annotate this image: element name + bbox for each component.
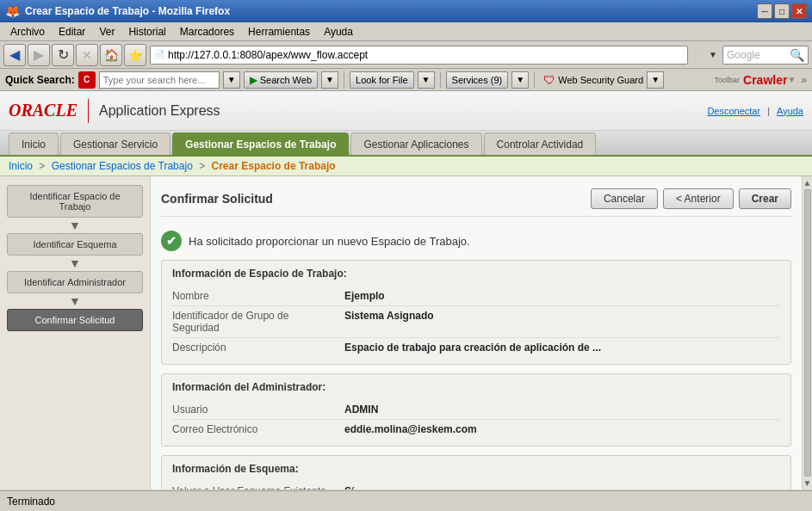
correo-value: eddie.molina@ieskem.com [344,423,477,435]
crawler-dropdown-icon[interactable]: ▼ [787,75,796,84]
sidebar-step-workspace[interactable]: Identificar Espacio de Trabajo [7,185,143,218]
breadcrumb-gestionar[interactable]: Gestionar Espacios de Trabajo [52,160,193,172]
separator2 [440,72,441,88]
address-text: http://127.0.0.1:8080/apex/wwv_flow.acce… [168,49,684,61]
crear-button[interactable]: Crear [739,188,791,209]
schema-info-section: Información de Esquema: Volver a Usar Es… [161,455,791,489]
favorites-star-icon[interactable]: ☆ [691,46,704,63]
descripcion-label: Descripción [172,342,344,354]
web-security-dropdown[interactable]: ▼ [647,71,664,89]
reuso-label: Volver a Usar Esquema Existente [172,485,344,489]
schema-section-title: Información de Esquema: [172,463,780,475]
refresh-button[interactable]: ↻ [52,44,74,66]
search-dropdown-icon[interactable]: ▼ [705,44,721,66]
apex-header: ORACLE Application Express Desconectar |… [0,91,812,131]
tab-gestionar-espacios[interactable]: Gestionar Espacios de Trabajo [172,132,349,155]
firefox-icon: 🦊 [5,4,20,18]
right-scrollbar[interactable]: ▲ ▼ [802,176,812,489]
nav-bar: ◀ ▶ ↻ ✕ 🏠 ⭐ 📄 http://127.0.0.1:8080/apex… [0,41,812,69]
status-text: Terminado [7,496,55,508]
tab-inicio[interactable]: Inicio [9,132,59,155]
cancelar-button[interactable]: Cancelar [591,188,658,209]
sidebar-arrow-1: ▼ [7,219,143,231]
id-grupo-label: Identificador de Grupo de Seguridad [172,310,344,334]
header-links: Desconectar | Ayuda [707,106,803,116]
workspace-section-title: Información de Espacio de Trabajo: [172,268,780,280]
menu-bar: Archivo Editar Ver Historial Marcadores … [0,22,812,41]
services-label: Services (9) [452,75,503,85]
status-bar: Terminado [0,490,812,511]
anterior-button[interactable]: < Anterior [663,188,734,209]
menu-archivo[interactable]: Archivo [3,24,52,40]
menu-ayuda[interactable]: Ayuda [317,24,360,40]
reuso-row: Volver a Usar Esquema Existente Sí [172,482,780,489]
breadcrumb-current: Crear Espacio de Trabajo [212,160,336,172]
sidebar: Identificar Espacio de Trabajo ▼ Identif… [0,176,151,489]
close-button[interactable]: ✕ [791,3,807,19]
search-web-dropdown[interactable]: ▼ [321,71,338,89]
breadcrumb-inicio[interactable]: Inicio [9,160,33,172]
quick-search-label: Quick Search: [5,74,75,86]
success-text: Ha solicitado proporcionar un nuevo Espa… [189,235,470,248]
search-web-button[interactable]: ▶ Search Web [244,71,318,89]
desconectar-link[interactable]: Desconectar [707,106,760,116]
menu-historial[interactable]: Historial [121,24,172,40]
scroll-thumb[interactable] [804,189,811,477]
sidebar-step-confirm[interactable]: Confirmar Solicitud [7,309,143,331]
search-go-icon[interactable]: 🔍 [790,48,804,62]
menu-marcadores[interactable]: Marcadores [173,24,241,40]
success-message: ✔ Ha solicitado proporcionar un nuevo Es… [161,225,791,260]
workspace-info-section: Información de Espacio de Trabajo: Nombr… [161,260,791,365]
search-web-label: Search Web [260,75,312,85]
scroll-up-icon[interactable]: ▲ [803,178,812,188]
quick-search-dropdown[interactable]: ▼ [223,71,240,89]
header-separator: | [767,106,770,116]
search-engine-box[interactable]: Google 🔍 [722,46,809,65]
confirm-buttons: Cancelar < Anterior Crear [591,188,791,209]
stop-button[interactable]: ✕ [76,44,98,66]
forward-button[interactable]: ▶ [28,44,50,66]
tab-gestionar-servicio[interactable]: Gestionar Servicio [60,132,170,155]
quick-search-icon: C [78,71,96,89]
crawler-logo: Toolbar Crawler ▼ » [715,73,807,87]
minimize-button[interactable]: ─ [757,3,772,19]
admin-info-section: Información del Administrador: Usuario A… [161,373,791,446]
oracle-divider [88,99,89,123]
tab-controlar-actividad[interactable]: Controlar Actividad [484,132,597,155]
breadcrumb: Inicio > Gestionar Espacios de Trabajo >… [0,157,812,176]
look-for-file-dropdown[interactable]: ▼ [418,71,435,89]
sidebar-step-schema[interactable]: Identificar Esquema [7,233,143,256]
window-title: Crear Espacio de Trabajo - Mozilla Firef… [25,5,757,17]
menu-ver[interactable]: Ver [92,24,121,40]
nombre-value: Ejemplo [344,290,385,302]
main-content: Identificar Espacio de Trabajo ▼ Identif… [0,176,812,489]
toolbar-extend-icon[interactable]: » [801,74,807,86]
home-button[interactable]: 🏠 [100,44,122,66]
nombre-row: Nombre Ejemplo [172,286,780,306]
menu-editar[interactable]: Editar [52,24,92,40]
sidebar-step-admin[interactable]: Identificar Administrador [7,271,143,293]
quick-search-input[interactable] [99,71,220,89]
services-dropdown[interactable]: ▼ [511,71,529,89]
breadcrumb-sep1: > [39,160,45,172]
web-security-label: Web Security Guard [558,75,643,85]
separator1 [344,72,344,88]
tab-gestionar-aplicaciones[interactable]: Gestionar Aplicaciones [350,132,481,155]
separator3 [534,72,535,88]
services-button[interactable]: Services (9) [446,71,509,89]
oracle-logo: ORACLE Application Express [9,99,220,123]
ayuda-link[interactable]: Ayuda [777,106,803,116]
correo-label: Correo Electrónico [172,423,344,435]
menu-herramientas[interactable]: Herramientas [241,24,317,40]
look-for-file-button[interactable]: Look for File [350,71,414,89]
apex-text: Application Express [99,103,220,119]
quick-search-bar: Quick Search: C ▼ ▶ Search Web ▼ Look fo… [0,69,812,91]
sidebar-arrow-2: ▼ [7,257,143,269]
scroll-down-icon[interactable]: ▼ [803,478,812,488]
confirm-title: Confirmar Solicitud [161,192,273,206]
bookmark-button[interactable]: ⭐ [124,44,146,66]
address-bar[interactable]: 📄 http://127.0.0.1:8080/apex/wwv_flow.ac… [150,46,688,65]
back-button[interactable]: ◀ [3,44,26,66]
success-icon: ✔ [161,231,182,251]
maximize-button[interactable]: □ [774,3,790,19]
